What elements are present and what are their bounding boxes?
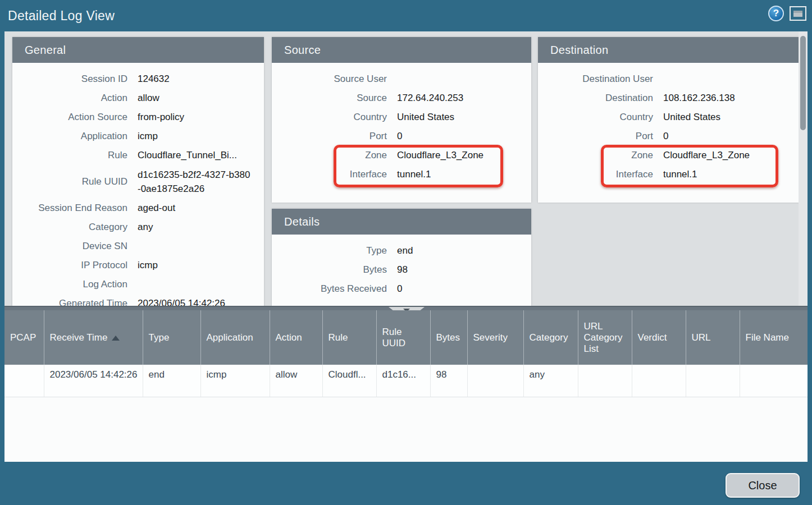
cell-receive-time: 2023/06/05 14:42:26 — [44, 365, 143, 397]
col-header-rule[interactable]: Rule — [322, 310, 376, 365]
panels-scrollbar — [799, 31, 808, 306]
col-header-type[interactable]: Type — [143, 310, 200, 365]
log-table-region: PCAP Receive Time Type Application Actio… — [4, 306, 808, 462]
details-panel: Details Typeend Bytes98 Bytes Received0 — [272, 209, 531, 306]
field-source-port: Port0 — [272, 127, 531, 146]
general-panel-header: General — [12, 37, 264, 63]
cell-file-name — [740, 365, 808, 397]
field-rule-uuid: Rule UUIDd1c16235-b2f2-4327-b380-0ae1875… — [12, 165, 264, 199]
field-destination-user: Destination User — [538, 70, 801, 89]
cell-rule: Cloudfl... — [322, 365, 376, 397]
cell-pcap — [4, 365, 44, 397]
col-header-url[interactable]: URL — [686, 310, 740, 365]
detail-panels-container: General Session ID124632 Actionallow Act… — [4, 31, 808, 306]
col-header-rule-uuid[interactable]: Rule UUID — [376, 310, 430, 365]
table-row[interactable]: 2023/06/05 14:42:26 end icmp allow Cloud… — [4, 365, 808, 397]
col-header-receive-time[interactable]: Receive Time — [44, 310, 143, 365]
help-icon[interactable]: ? — [768, 6, 784, 21]
cell-action: allow — [270, 365, 322, 397]
cell-severity — [467, 365, 523, 397]
col-header-file-name[interactable]: File Name — [740, 310, 808, 365]
field-source: Source172.64.240.253 — [272, 89, 531, 108]
cell-url-category-list — [578, 365, 632, 397]
field-session-id: Session ID124632 — [12, 70, 264, 89]
sort-ascending-icon — [112, 336, 120, 341]
field-category: Categoryany — [12, 218, 264, 237]
col-header-pcap[interactable]: PCAP — [4, 310, 44, 365]
col-header-url-category-list[interactable]: URL Category List — [578, 310, 632, 365]
field-action-source: Action Sourcefrom-policy — [12, 108, 264, 127]
col-header-severity[interactable]: Severity — [467, 310, 523, 365]
field-source-interface: Interfacetunnel.1 — [272, 165, 531, 184]
page-title: Detailed Log View — [0, 8, 115, 24]
col-header-category[interactable]: Category — [523, 310, 578, 365]
cell-verdict — [632, 365, 686, 397]
field-source-country: CountryUnited States — [272, 108, 531, 127]
field-type: Typeend — [272, 241, 531, 260]
field-destination-country: CountryUnited States — [538, 108, 801, 127]
title-bar: Detailed Log View ? — [0, 0, 812, 31]
cell-application: icmp — [200, 365, 270, 397]
window-restore-icon-inner — [793, 11, 802, 17]
table-header-row: PCAP Receive Time Type Application Actio… — [4, 310, 808, 365]
field-device-sn: Device SN — [12, 237, 264, 256]
col-header-action[interactable]: Action — [270, 310, 322, 365]
field-source-user: Source User — [272, 70, 531, 89]
source-panel: Source Source User Source172.64.240.253 … — [272, 37, 531, 203]
col-header-verdict[interactable]: Verdict — [632, 310, 686, 365]
help-icon-glyph: ? — [773, 8, 779, 19]
field-destination: Destination108.162.236.138 — [538, 89, 801, 108]
field-ip-protocol: IP Protocolicmp — [12, 256, 264, 275]
cell-category: any — [523, 365, 578, 397]
field-application: Applicationicmp — [12, 127, 264, 146]
destination-panel: Destination Destination User Destination… — [538, 37, 801, 203]
destination-panel-header: Destination — [538, 37, 801, 63]
field-action: Actionallow — [12, 89, 264, 108]
cell-type: end — [143, 365, 200, 397]
field-session-end-reason: Session End Reasonaged-out — [12, 199, 264, 218]
field-bytes: Bytes98 — [272, 260, 531, 279]
col-header-bytes[interactable]: Bytes — [430, 310, 467, 365]
col-header-application[interactable]: Application — [200, 310, 270, 365]
field-generated-time: Generated Time2023/06/05 14:42:26 — [12, 294, 264, 306]
panels-scrollbar-thumb[interactable] — [800, 36, 806, 130]
log-table: PCAP Receive Time Type Application Actio… — [4, 310, 808, 397]
field-rule: RuleCloudflare_Tunnel_Bi... — [12, 146, 264, 165]
cell-url — [686, 365, 740, 397]
details-panel-header: Details — [272, 209, 531, 235]
field-destination-zone: ZoneCloudflare_L3_Zone — [538, 146, 801, 165]
cell-bytes: 98 — [430, 365, 467, 397]
field-source-zone: ZoneCloudflare_L3_Zone — [272, 146, 531, 165]
field-log-action: Log Action — [12, 275, 264, 294]
field-bytes-received: Bytes Received0 — [272, 279, 531, 299]
cell-rule-uuid: d1c16... — [376, 365, 430, 397]
general-panel: General Session ID124632 Actionallow Act… — [12, 37, 264, 306]
source-panel-header: Source — [272, 37, 531, 63]
close-button[interactable]: Close — [726, 473, 800, 498]
window-restore-icon[interactable] — [790, 6, 806, 21]
field-destination-port: Port0 — [538, 127, 801, 146]
field-destination-interface: Interfacetunnel.1 — [538, 165, 801, 184]
